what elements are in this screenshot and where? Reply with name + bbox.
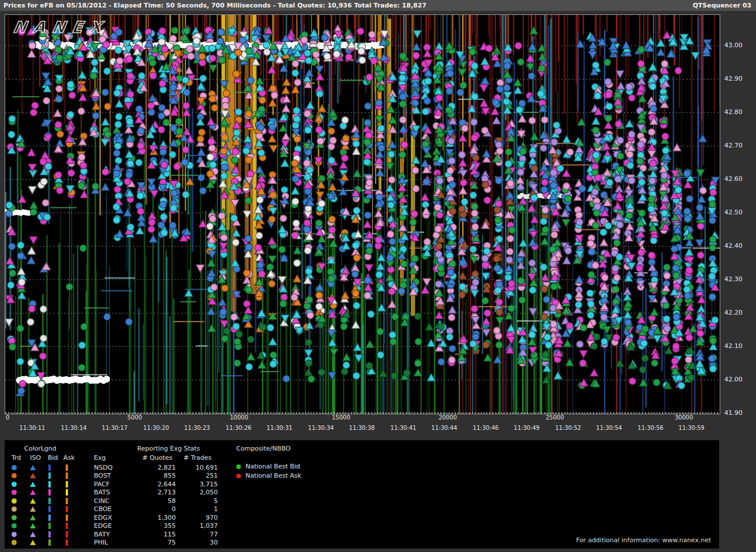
exchange-row-edge: EDGE3551,037 (12, 522, 218, 531)
x-count-label: 20000 (439, 414, 457, 421)
iso-glyph (30, 540, 36, 545)
x-time-label: 11:30:54 (591, 425, 627, 431)
bid-glyph (48, 506, 51, 512)
nbbo-items: National Best BidNational Best Ask (236, 462, 301, 481)
trade-count: 5 (176, 497, 218, 505)
ask-glyph (66, 506, 68, 512)
ask-glyph (66, 531, 68, 538)
col-header-quotes: # Quotes (135, 454, 172, 462)
x-time-label: 11:30:14 (56, 425, 92, 431)
trade-count: 1 (176, 505, 218, 513)
col-header-bid: Bid (48, 454, 58, 462)
exchange-row-phil: PHIL7530 (12, 539, 218, 547)
x-count-label: 15000 (332, 414, 350, 421)
exchange-row-bats: BATS2,7132,050 (12, 489, 218, 497)
exchange-name: BATS (94, 489, 135, 496)
app-name-label: QTSequencer 03 (693, 0, 751, 11)
x-time-label: 11:30:20 (138, 425, 174, 431)
quote-count: 115 (135, 531, 176, 538)
title-bar: Prices for eFB on 05/18/2012 - Elapsed T… (0, 0, 756, 11)
bid-glyph (48, 531, 51, 538)
exchange-rows: NSDQ2,82110,691BOST855251PACF2,6443,715B… (12, 463, 218, 547)
price-axis: 43.0042.9042.8042.7042.6042.5042.4042.30… (724, 15, 755, 418)
exchange-name: EDGE (94, 522, 135, 530)
trd-glyph (12, 482, 17, 487)
nanex-logo: NANEX (12, 18, 110, 36)
ask-glyph (66, 472, 68, 479)
nbbo-label: National Best Bid (245, 463, 300, 470)
x-time-label: 11:30:26 (221, 425, 256, 431)
exchange-name: CINC (94, 497, 135, 505)
trade-count: 3,715 (176, 481, 218, 488)
ask-glyph (66, 523, 68, 529)
trd-glyph (12, 540, 17, 545)
y-tick-label: 43.00 (724, 41, 743, 49)
iso-glyph (30, 498, 36, 504)
y-tick-label: 42.60 (724, 175, 743, 183)
qtsequencer-window: Prices for eFB on 05/18/2012 - Elapsed T… (0, 0, 756, 552)
x-time-label: 11:30:34 (303, 425, 339, 431)
y-tick-label: 42.30 (724, 275, 743, 283)
x-time-label: 11:30:56 (633, 425, 668, 431)
quote-count: 58 (135, 497, 176, 505)
exchange-row-nsdq: NSDQ2,82110,691 (12, 463, 218, 472)
iso-glyph (30, 523, 36, 528)
col-header-iso: ISO (30, 454, 41, 462)
price-chart-canvas[interactable] (5, 15, 720, 414)
trd-glyph (12, 465, 17, 470)
col-header-trades: # Trades (176, 454, 211, 462)
ask-glyph (66, 481, 68, 487)
nbbo-label: National Best Ask (245, 472, 301, 479)
exchange-name: PHIL (94, 539, 135, 546)
iso-glyph (30, 532, 36, 537)
col-header-ask: Ask (63, 454, 75, 462)
bid-glyph (48, 539, 51, 546)
x-count-label: 30000 (675, 414, 693, 421)
y-tick-label: 42.80 (724, 108, 743, 116)
col-header-exg: Exg (94, 454, 105, 462)
quote-count: 0 (135, 505, 176, 513)
title-text: Prices for eFB on 05/18/2012 - Elapsed T… (0, 2, 426, 9)
trade-count: 1,037 (176, 522, 218, 530)
exchange-name: BATY (94, 531, 135, 538)
bid-glyph (48, 515, 51, 521)
quote-count: 2,821 (135, 464, 176, 471)
exchange-name: PACF (94, 481, 135, 488)
trade-count: 30 (176, 539, 218, 546)
chart-area: NANEX (5, 14, 720, 414)
x-time-label: 11:30:38 (344, 425, 380, 431)
nbbo-item: National Best Bid (236, 462, 301, 471)
quote-count: 75 (135, 539, 176, 546)
y-tick-label: 42.40 (724, 242, 743, 249)
trade-count: 970 (176, 514, 218, 521)
x-time-label: 11:30:31 (262, 425, 297, 431)
x-time-label: 11:30:59 (674, 425, 709, 431)
quote-count: 355 (135, 522, 176, 530)
y-tick-label: 42.10 (724, 342, 743, 350)
quote-count: 2,713 (135, 489, 176, 496)
quote-count-axis: 050001000015000200002500030000 (5, 414, 724, 422)
x-count-label: 10000 (230, 414, 248, 421)
iso-glyph (30, 506, 36, 512)
legend-panel: ColorLgnd Trd ISO Bid Ask Reporting Exg … (5, 440, 719, 549)
time-axis: 11:30:1111:30:1411:30:1711:30:2011:30:23… (5, 425, 731, 433)
quote-count: 2,644 (135, 481, 176, 488)
y-tick-label: 42.90 (724, 75, 743, 82)
exchange-row-cinc: CINC585 (12, 497, 218, 505)
iso-glyph (30, 465, 36, 470)
footer-info: For additional information: www.nanex.ne… (576, 536, 711, 544)
exchange-stats-title: Reporting Exg Stats (137, 445, 200, 452)
x-count-label: 5000 (127, 414, 142, 421)
x-time-label: 11:30:52 (550, 425, 586, 431)
x-time-label: 11:30:11 (14, 425, 50, 431)
x-time-label: 11:30:17 (97, 425, 133, 431)
bid-glyph (48, 498, 51, 504)
quote-count: 1,300 (135, 514, 176, 521)
trade-count: 10,691 (176, 464, 218, 471)
exchange-row-bost: BOST855251 (12, 472, 218, 481)
col-header-trd: Trd (12, 454, 21, 462)
trd-glyph (12, 506, 17, 512)
trd-glyph (12, 490, 17, 495)
iso-glyph (30, 490, 36, 495)
ask-glyph (66, 515, 68, 521)
